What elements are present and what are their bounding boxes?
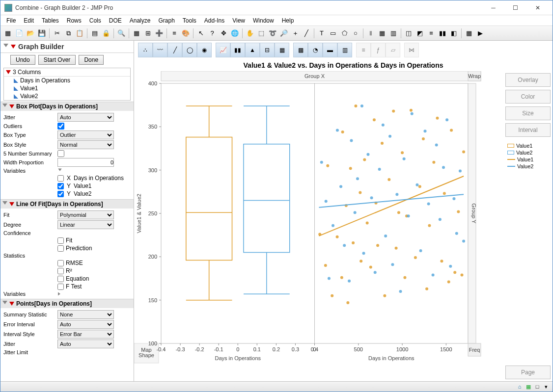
menu-window[interactable]: Window (249, 16, 278, 25)
tool-copy-icon[interactable]: ⧉ (63, 28, 74, 39)
close-button[interactable]: ✕ (526, 1, 549, 15)
points-menu-icon[interactable] (9, 302, 14, 306)
cb-pred[interactable] (57, 245, 64, 252)
widthprop-input[interactable] (57, 158, 114, 167)
ctype-line-icon[interactable]: ╱ (167, 43, 182, 57)
tool-newtable-icon[interactable]: ▦ (2, 28, 13, 39)
ctype-contour-icon[interactable]: ◉ (197, 43, 212, 57)
status-dropdown-icon[interactable]: ▾ (543, 383, 550, 390)
tool-open-icon[interactable]: 📂 (25, 28, 36, 39)
tool-play-icon[interactable]: ▶ (475, 28, 486, 39)
fit-select[interactable]: Polynomial (57, 210, 114, 219)
maximize-button[interactable]: ☐ (504, 1, 526, 15)
ctype-ellipse-icon[interactable]: ◯ (182, 43, 197, 57)
menu-file[interactable]: File (2, 16, 20, 25)
tool-bivar-icon[interactable]: ◩ (415, 28, 425, 39)
tool-pointer-icon[interactable]: ↖ (195, 28, 206, 39)
menu-rows[interactable]: Rows (63, 16, 85, 25)
done-button[interactable]: Done (79, 55, 104, 65)
graph-builder-menu-icon[interactable] (11, 45, 16, 49)
drop-page[interactable]: Page (505, 366, 551, 379)
menu-doe[interactable]: DOE (105, 16, 126, 25)
boxplot-menu-icon[interactable] (9, 105, 14, 108)
tool-line-icon[interactable]: ╱ (301, 28, 312, 39)
column-days[interactable]: Days in Operations (4, 77, 130, 84)
errint-select[interactable]: Auto (57, 320, 114, 329)
linefit-vars-disclosure[interactable] (58, 292, 60, 296)
tool-table2-icon[interactable]: ▦ (377, 28, 387, 39)
tool-sheet-icon[interactable]: ▦ (464, 28, 474, 39)
cb-eq[interactable] (57, 276, 64, 282)
tool-graph-icon[interactable]: ▮▮ (437, 28, 448, 39)
tool-chart-icon[interactable]: ◧ (448, 28, 459, 39)
fivenum-checkbox[interactable] (57, 150, 64, 157)
cb-r2[interactable] (57, 268, 64, 274)
ctype-map-icon[interactable]: ▱ (386, 43, 400, 57)
boxplot-disclosure[interactable] (2, 104, 7, 109)
degree-select[interactable]: Linear (57, 220, 114, 229)
tool-lasso-icon[interactable]: ➰ (267, 28, 278, 39)
ctype-parallel-icon[interactable]: ⋈ (404, 43, 419, 57)
boxtype-select[interactable]: Outlier (57, 131, 114, 139)
ctype-formula-icon[interactable]: ƒ (371, 43, 386, 57)
linefit-menu-icon[interactable] (9, 202, 14, 206)
columns-menu-icon[interactable] (6, 70, 11, 74)
var-y1-checkbox[interactable] (57, 183, 64, 189)
ctype-caption-icon[interactable]: ≡ (356, 43, 371, 57)
ctype-area-icon[interactable]: ▲ (245, 43, 260, 57)
tool-colgrid-icon[interactable]: ▥ (388, 28, 399, 39)
linefit-disclosure[interactable] (2, 201, 7, 207)
drop-color[interactable]: Color (505, 90, 551, 104)
ctype-smoother-icon[interactable]: 〰 (153, 43, 167, 57)
ctype-heatmap-icon[interactable]: ▩ (293, 43, 308, 57)
column-value2[interactable]: Value2 (4, 92, 130, 100)
ctype-hist-icon[interactable]: ▦ (275, 43, 289, 57)
points-disclosure[interactable] (2, 301, 7, 307)
tool-lock-icon[interactable]: 🔒 (101, 28, 111, 39)
cb-rmse[interactable] (57, 260, 64, 266)
menu-help[interactable]: Help (278, 16, 298, 25)
tool-new-icon[interactable]: 📄 (14, 28, 25, 39)
cb-fit[interactable] (57, 237, 64, 244)
tool-zoom-icon[interactable]: 🔍 (116, 28, 127, 39)
tool-rect-icon[interactable]: ▭ (328, 28, 338, 39)
ctype-box-icon[interactable]: ⊟ (260, 43, 275, 57)
status-data-icon[interactable]: ▦ (525, 383, 532, 390)
tool-addrow-icon[interactable]: ➕ (154, 28, 165, 39)
undo-button[interactable]: Undo (10, 55, 35, 65)
minimize-button[interactable]: ─ (482, 1, 504, 15)
tool-brush-icon[interactable]: ⬚ (256, 28, 267, 39)
pts-jitter-select[interactable]: Auto (57, 340, 114, 348)
menu-tables[interactable]: Tables (38, 16, 63, 25)
menu-graph[interactable]: Graph (154, 16, 178, 25)
menu-cols[interactable]: Cols (85, 16, 105, 25)
tool-dist-icon[interactable]: ◫ (403, 28, 414, 39)
var-x-checkbox[interactable] (57, 175, 64, 182)
tool-paste-icon[interactable]: 📋 (74, 28, 85, 39)
tool-cut-icon[interactable]: ✂ (52, 28, 62, 39)
ctype-points-icon[interactable]: ∴ (138, 43, 153, 57)
tool-grid-icon[interactable]: ⊞ (142, 28, 153, 39)
drop-size[interactable]: Size (505, 106, 551, 120)
column-value1[interactable]: Value1 (4, 84, 130, 92)
jitter-select[interactable]: Auto (57, 113, 114, 122)
tool-text-icon[interactable]: T (316, 28, 327, 39)
tool-fit-icon[interactable]: ≡ (426, 28, 437, 39)
tool-save-icon[interactable]: 💾 (36, 28, 47, 39)
tool-poly-icon[interactable]: ⬠ (339, 28, 350, 39)
tool-layers-icon[interactable]: ≡ (169, 28, 180, 39)
status-home-icon[interactable]: ⌂ (516, 383, 523, 390)
drop-overlay[interactable]: Overlay (505, 73, 551, 87)
menu-analyze[interactable]: Analyze (126, 16, 155, 25)
ctype-bar-icon[interactable]: ▮▮ (230, 43, 245, 57)
boxstyle-select[interactable]: Normal (57, 140, 114, 149)
tool-help-icon[interactable]: ? (207, 28, 218, 39)
ctype-line2-icon[interactable]: 📈 (216, 43, 230, 57)
menu-edit[interactable]: Edit (20, 16, 38, 25)
menu-view[interactable]: View (228, 16, 249, 25)
tool-crosshair-icon[interactable]: ＋ (290, 28, 301, 39)
sumstat-select[interactable]: None (57, 310, 114, 319)
tool-palette-icon[interactable]: 🎨 (180, 28, 191, 39)
tool-journal-icon[interactable]: ▤ (89, 28, 100, 39)
drop-interval[interactable]: Interval (505, 123, 551, 137)
